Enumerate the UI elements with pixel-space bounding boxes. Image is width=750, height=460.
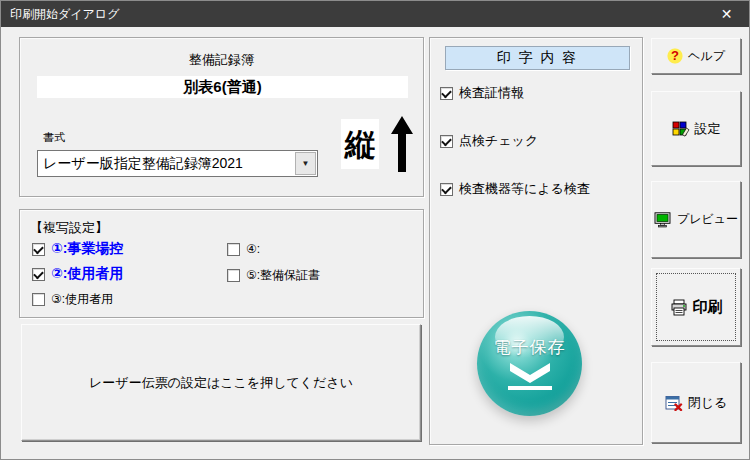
checkbox-inspection-cert[interactable] [440, 87, 453, 100]
form-name-display: 別表6(普通) [37, 76, 408, 98]
copy-checkbox-label: ③:使用者用 [51, 291, 113, 308]
print-start-dialog: 印刷開始ダイアログ ✕ 整備記録簿 別表6(普通) 書式 レーザー版指定整備記録… [0, 0, 750, 460]
report-format-panel: 整備記録簿 別表6(普通) 書式 レーザー版指定整備記録簿2021 ▼ 縦 [19, 37, 424, 197]
settings-icon [672, 121, 690, 137]
close-button-label: 閉じる [688, 394, 728, 412]
print-content-label: 検査証情報 [459, 84, 524, 102]
copy-settings-panel: 【複写設定】 ①:事業場控 ②:使用者用 ③:使用者用 ④: ⑤:整備保証書 [19, 209, 424, 318]
print-content-label: 点検チェック [459, 132, 538, 150]
close-dialog-button[interactable]: 閉じる [651, 362, 741, 443]
arrow-up-icon [389, 115, 415, 173]
title-bar: 印刷開始ダイアログ ✕ [1, 1, 749, 27]
format-label: 書式 [43, 130, 65, 145]
print-content-label: 検査機器等による検査 [459, 180, 590, 198]
laser-slip-settings-label: レーザー伝票の設定はここを押してください [89, 374, 353, 392]
copy-checkbox-label: ④: [246, 242, 260, 256]
checkbox-copy-4[interactable] [227, 243, 240, 256]
laser-slip-settings-button[interactable]: レーザー伝票の設定はここを押してください [21, 324, 421, 441]
window-title: 印刷開始ダイアログ [10, 6, 119, 23]
print-content-header: 印 字 内 容 [445, 46, 630, 70]
help-button-label: ヘルプ [688, 48, 725, 65]
close-document-icon [665, 395, 683, 411]
preview-button-label: プレビュー [677, 211, 738, 228]
checkbox-copy-1[interactable] [32, 243, 45, 256]
print-content-row: 点検チェック [440, 132, 538, 150]
chevron-down-icon[interactable]: ▼ [295, 152, 316, 175]
copy-checkbox-row: ⑤:整備保証書 [227, 267, 320, 284]
printer-icon [670, 299, 688, 316]
copy-checkbox-label: ②:使用者用 [51, 265, 124, 283]
settings-button-label: 設定 [695, 120, 721, 138]
report-type-label: 整備記録簿 [20, 51, 423, 69]
help-icon: ? [667, 48, 683, 64]
help-button[interactable]: ? ヘルプ [651, 38, 741, 74]
copy-checkbox-row: ④: [227, 242, 260, 256]
settings-button[interactable]: 設定 [651, 91, 741, 166]
monitor-icon [654, 212, 672, 228]
electronic-save-label: 電子保存 [477, 336, 582, 359]
electronic-save-button[interactable]: 電子保存 [477, 311, 582, 416]
orientation-indicator: 縦 [341, 119, 379, 169]
checkbox-copy-2[interactable] [32, 268, 45, 281]
chevron-down-icon [508, 363, 552, 383]
print-button-label: 印刷 [693, 298, 723, 317]
copy-checkbox-label: ①:事業場控 [51, 240, 124, 258]
print-content-row: 検査機器等による検査 [440, 180, 590, 198]
print-content-panel: 印 字 内 容 検査証情報 点検チェック 検査機器等による検査 電子保存 [429, 37, 643, 445]
checkbox-copy-5[interactable] [227, 269, 240, 282]
checkbox-copy-3[interactable] [32, 293, 45, 306]
chevron-underline [508, 386, 552, 390]
format-combobox[interactable]: レーザー版指定整備記録簿2021 ▼ [37, 150, 318, 177]
copy-checkbox-row: ②:使用者用 [32, 265, 124, 283]
window-close-icon[interactable]: ✕ [704, 1, 749, 27]
checkbox-inspection-check[interactable] [440, 135, 453, 148]
checkbox-equipment-inspection[interactable] [440, 183, 453, 196]
format-selected-value: レーザー版指定整備記録簿2021 [38, 151, 294, 176]
copy-checkbox-label: ⑤:整備保証書 [246, 267, 320, 284]
print-content-row: 検査証情報 [440, 84, 524, 102]
preview-button[interactable]: プレビュー [651, 181, 741, 258]
copy-settings-title: 【複写設定】 [30, 219, 108, 237]
print-button[interactable]: 印刷 [651, 268, 741, 346]
copy-checkbox-row: ①:事業場控 [32, 240, 124, 258]
copy-checkbox-row: ③:使用者用 [32, 291, 113, 308]
dialog-body: 整備記録簿 別表6(普通) 書式 レーザー版指定整備記録簿2021 ▼ 縦 【複… [1, 27, 749, 459]
